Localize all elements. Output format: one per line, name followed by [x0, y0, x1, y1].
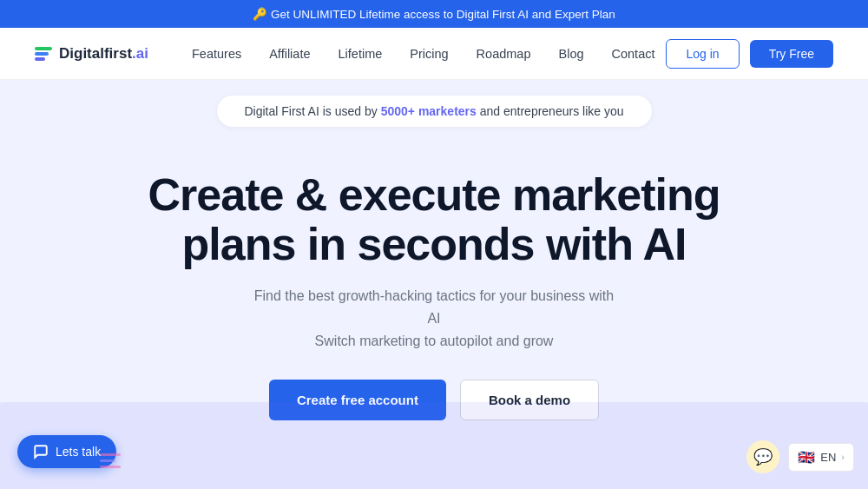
- nav-lifetime[interactable]: Lifetime: [339, 47, 383, 61]
- nav-actions: Log in Try Free: [666, 39, 833, 69]
- bottom-right-controls: 💬 🇬🇧 EN ›: [746, 440, 854, 473]
- language-code: EN: [820, 451, 836, 464]
- social-proof-suffix: and entrepreneurs like you: [477, 104, 624, 118]
- try-free-button[interactable]: Try Free: [750, 40, 833, 68]
- nav-contact[interactable]: Contact: [612, 47, 655, 61]
- language-button[interactable]: 🇬🇧 EN ›: [788, 443, 854, 472]
- hero-title-line1: Create & execute marketing: [148, 169, 720, 220]
- hero-subtitle-line1: Find the best growth-hacking tactics for…: [254, 288, 614, 326]
- social-proof-highlight: 5000+ marketers: [381, 104, 477, 118]
- nav-features[interactable]: Features: [192, 47, 241, 61]
- nav-blog[interactable]: Blog: [558, 47, 583, 61]
- social-proof-badge: Digital First AI is used by 5000+ market…: [217, 96, 652, 127]
- deco-line-1: [100, 453, 121, 456]
- logo-icon: [35, 47, 52, 61]
- social-proof-prefix: Digital First AI is used by: [245, 104, 381, 118]
- chevron-right-icon: ›: [841, 452, 845, 462]
- deco-line-3: [100, 466, 121, 468]
- chat-label: Lets talk: [56, 445, 101, 459]
- book-demo-button[interactable]: Book a demo: [460, 380, 599, 420]
- logo-bar-blue: [35, 52, 49, 56]
- hero-title: Create & execute marketing plans in seco…: [122, 170, 746, 269]
- banner-text: 🔑 Get UNLIMITED Lifetime access to Digit…: [253, 8, 615, 21]
- hero-subtitle: Find the best growth-hacking tactics for…: [252, 285, 616, 352]
- hero-title-line2: plans in seconds with AI: [182, 219, 687, 269]
- logo-bar-green: [35, 47, 52, 50]
- login-button[interactable]: Log in: [666, 39, 739, 69]
- nav-pricing[interactable]: Pricing: [410, 47, 448, 61]
- create-account-button[interactable]: Create free account: [269, 380, 446, 420]
- hero-buttons: Create free account Book a demo: [17, 380, 851, 420]
- deco-line-2: [100, 459, 115, 462]
- navbar: Digitalfirst.ai Features Affiliate Lifet…: [0, 28, 868, 80]
- nav-links: Features Affiliate Lifetime Pricing Road…: [192, 47, 667, 61]
- top-banner[interactable]: 🔑 Get UNLIMITED Lifetime access to Digit…: [0, 0, 868, 28]
- nav-affiliate[interactable]: Affiliate: [269, 47, 310, 61]
- logo-text: Digitalfirst.ai: [59, 45, 148, 63]
- social-proof-wrap: Digital First AI is used by 5000+ market…: [0, 80, 868, 135]
- logo-bar-purple: [35, 57, 45, 61]
- hero-section: Create & execute marketing plans in seco…: [0, 135, 868, 446]
- help-button[interactable]: 💬: [746, 440, 779, 473]
- chat-icon: [33, 444, 49, 459]
- decorative-lines: [100, 453, 121, 468]
- help-icon: 💬: [753, 447, 773, 466]
- logo[interactable]: Digitalfirst.ai: [35, 45, 148, 63]
- nav-roadmap[interactable]: Roadmap: [477, 47, 531, 61]
- flag-icon: 🇬🇧: [798, 449, 815, 466]
- hero-subtitle-line2: Switch marketing to autopilot and grow: [315, 334, 554, 348]
